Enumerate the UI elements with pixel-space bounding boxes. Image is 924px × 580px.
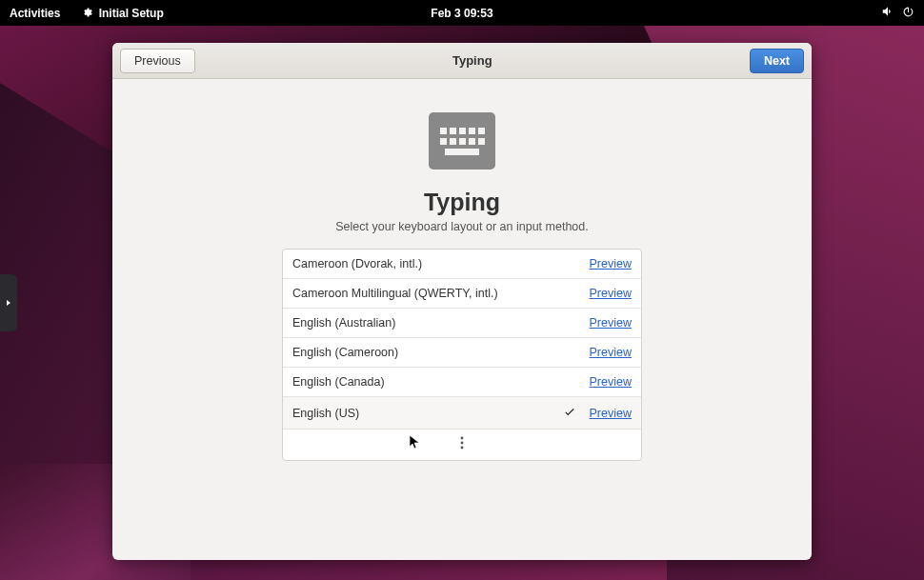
page-subtitle: Select your keyboard layout or an input … [335,220,588,233]
list-item[interactable]: Cameroon Multilingual (QWERTY, intl.) Pr… [283,279,641,309]
desktop: Previous Typing Next Typing Select your … [0,26,924,580]
preview-link[interactable]: Preview [590,407,632,420]
content: Typing Select your keyboard layout or an… [112,79,812,560]
status-icons[interactable] [881,5,914,21]
power-icon[interactable] [902,6,914,21]
layout-name: English (US) [292,407,359,420]
setup-window: Previous Typing Next Typing Select your … [112,43,812,560]
activities-button[interactable]: Activities [10,7,60,20]
side-dock[interactable] [0,274,17,331]
list-item[interactable]: Cameroon (Dvorak, intl.) Preview [283,250,641,279]
preview-link[interactable]: Preview [590,287,632,300]
more-options-row[interactable] [283,430,641,460]
layout-name: English (Cameroon) [292,346,398,359]
volume-icon[interactable] [881,5,894,21]
layout-name: Cameroon (Dvorak, intl.) [292,257,422,270]
keyboard-icon [429,112,495,170]
gear-icon [81,7,98,20]
topbar-left: Activities Initial Setup [10,7,164,20]
svg-point-0 [461,437,464,440]
window-title: Typing [452,53,492,68]
svg-point-2 [461,447,464,450]
keyboard-layout-list: Cameroon (Dvorak, intl.) Preview Cameroo… [282,249,642,461]
list-item[interactable]: English (Australian) Preview [283,309,641,338]
layout-name: English (Australian) [292,316,395,330]
app-name[interactable]: Initial Setup [81,7,163,20]
list-item[interactable]: English (Cameroon) Preview [283,338,641,368]
layout-name: Cameroon Multilingual (QWERTY, intl.) [292,287,498,300]
topbar: Activities Initial Setup Feb 3 09:53 [0,0,924,26]
page-title: Typing [424,189,500,216]
layout-name: English (Canada) [292,375,385,389]
svg-point-1 [461,442,464,445]
preview-link[interactable]: Preview [590,257,632,270]
checkmark-icon [563,405,576,421]
clock[interactable]: Feb 3 09:53 [431,7,492,20]
previous-button[interactable]: Previous [120,49,195,73]
preview-link[interactable]: Preview [590,346,632,359]
list-item[interactable]: English (US) Preview [283,397,641,430]
preview-link[interactable]: Preview [590,375,632,389]
list-item[interactable]: English (Canada) Preview [283,368,641,397]
next-button[interactable]: Next [750,49,804,73]
preview-link[interactable]: Preview [590,316,632,330]
more-icon [460,436,464,453]
window-header: Previous Typing Next [112,43,812,79]
